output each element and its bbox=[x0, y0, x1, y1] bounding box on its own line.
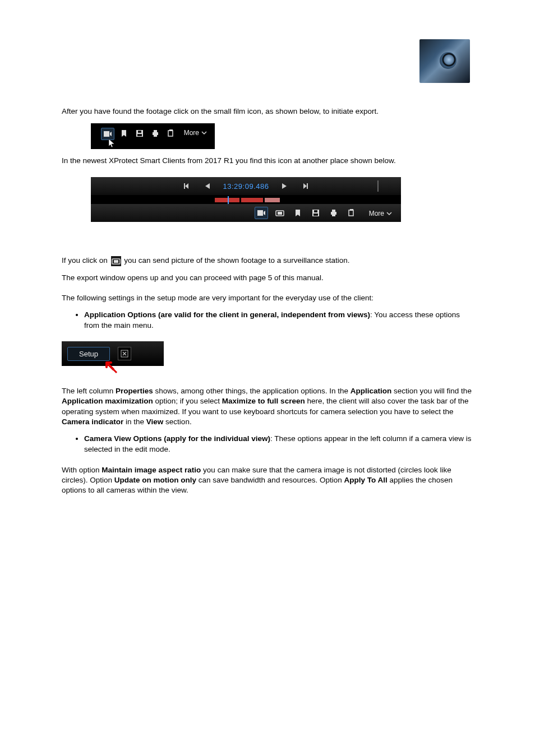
more-label-text-large: More bbox=[369, 210, 384, 217]
more-button-small[interactable]: More bbox=[184, 128, 209, 137]
timeline-segment-2 bbox=[241, 198, 263, 202]
p3-part1: If you click on bbox=[62, 256, 108, 265]
bookmark-icon-large[interactable] bbox=[292, 207, 304, 219]
logo-image bbox=[419, 39, 470, 83]
svg-rect-21 bbox=[314, 210, 317, 212]
paragraph-export-window: The export window opens up and you can p… bbox=[62, 273, 473, 283]
close-button[interactable] bbox=[118, 347, 131, 360]
step-forward-icon[interactable] bbox=[300, 183, 308, 189]
svg-marker-12 bbox=[205, 183, 210, 189]
print-icon[interactable] bbox=[149, 128, 162, 139]
paragraph-aspect-ratio: With option Maintain image aspect ratio … bbox=[62, 465, 473, 496]
film-export-icon[interactable] bbox=[101, 128, 114, 140]
svg-rect-16 bbox=[257, 210, 263, 216]
svg-rect-25 bbox=[332, 214, 335, 216]
p6f: Application maximization bbox=[62, 397, 153, 405]
paragraph-properties: The left column Properties shows, among … bbox=[62, 386, 473, 427]
p6b: Properties bbox=[116, 387, 153, 395]
p7f: Apply To All bbox=[344, 476, 387, 484]
right-tick-mark bbox=[377, 180, 379, 192]
p6a: The left column bbox=[62, 387, 116, 395]
playback-toolbar-row: More bbox=[91, 204, 401, 222]
playback-bar-figure: 13:29:09.486 bbox=[91, 177, 401, 222]
p6m: section. bbox=[163, 418, 191, 426]
svg-rect-8 bbox=[168, 131, 173, 136]
paragraph-important-settings: The following settings in the setup mode… bbox=[62, 293, 473, 303]
timeline-segment-3 bbox=[265, 198, 280, 202]
timeline-playhead[interactable] bbox=[228, 196, 229, 204]
svg-rect-27 bbox=[350, 209, 353, 211]
p6c: shows, among other things, the applicati… bbox=[153, 387, 350, 395]
red-arrow-icon bbox=[104, 360, 121, 377]
copy-icon[interactable] bbox=[165, 128, 177, 139]
svg-rect-24 bbox=[332, 210, 335, 212]
more-label-text: More bbox=[184, 129, 199, 137]
p6h: Maximize to full screen bbox=[222, 397, 305, 405]
svg-rect-22 bbox=[313, 214, 318, 216]
svg-marker-1 bbox=[110, 132, 112, 136]
paragraph-export-intro: After you have found the footage click o… bbox=[62, 106, 473, 117]
svg-rect-15 bbox=[307, 183, 308, 189]
svg-rect-3 bbox=[138, 131, 141, 133]
setup-button[interactable]: Setup bbox=[67, 347, 110, 361]
p7b: Maintain image aspect ratio bbox=[102, 466, 201, 474]
svg-rect-11 bbox=[184, 183, 185, 189]
svg-marker-10 bbox=[185, 183, 188, 189]
send-picture-icon[interactable] bbox=[274, 207, 286, 219]
li2-strong: Camera View Options (apply for the indiv… bbox=[84, 434, 270, 443]
svg-rect-7 bbox=[154, 134, 157, 137]
paragraph-send-picture: If you click on you can send picture of … bbox=[62, 256, 473, 266]
svg-rect-19 bbox=[278, 212, 282, 215]
li1-strong: Application Options (are valid for the c… bbox=[84, 310, 370, 319]
p7a: With option bbox=[62, 466, 102, 474]
setup-figure: Setup bbox=[62, 341, 164, 366]
svg-rect-4 bbox=[137, 134, 142, 136]
save-icon-large[interactable] bbox=[310, 207, 322, 219]
paragraph-newest-client: In the newest XProtect Smart Clients fro… bbox=[62, 156, 473, 166]
step-back-icon[interactable] bbox=[184, 183, 192, 189]
print-icon-large[interactable] bbox=[328, 207, 340, 219]
svg-rect-0 bbox=[104, 131, 109, 137]
svg-rect-6 bbox=[154, 130, 157, 132]
playback-controls-row: 13:29:09.486 bbox=[91, 177, 401, 196]
svg-rect-9 bbox=[169, 129, 173, 131]
timeline-row[interactable] bbox=[91, 196, 401, 204]
bullet-camera-view-options: Camera View Options (apply for the indiv… bbox=[84, 434, 473, 455]
svg-marker-17 bbox=[264, 211, 265, 215]
toolbar-small-figure: More bbox=[91, 123, 215, 149]
save-icon[interactable] bbox=[133, 128, 146, 139]
film-export-icon-large[interactable] bbox=[255, 207, 268, 219]
bullet-application-options: Application Options (are valid for the c… bbox=[84, 310, 473, 331]
play-back-icon[interactable] bbox=[204, 183, 211, 189]
timeline-segment-1 bbox=[215, 198, 239, 202]
inline-send-picture-icon bbox=[111, 256, 121, 266]
more-button-large[interactable]: More bbox=[369, 208, 394, 217]
playback-time: 13:29:09.486 bbox=[223, 182, 269, 191]
p6e: section you will find the bbox=[391, 387, 472, 395]
svg-rect-26 bbox=[349, 210, 353, 216]
p6k: in the bbox=[123, 418, 146, 426]
p6d: Application bbox=[350, 387, 392, 395]
svg-marker-13 bbox=[282, 183, 287, 189]
p3-part2: you can send picture of the shown footag… bbox=[124, 256, 349, 265]
svg-marker-14 bbox=[303, 183, 307, 189]
p6g: option; if you select bbox=[153, 397, 222, 405]
p7e: can save bandwidth and resources. Option bbox=[196, 476, 344, 484]
p6j: Camera indicator bbox=[62, 418, 123, 426]
copy-icon-large[interactable] bbox=[345, 207, 358, 219]
svg-rect-29 bbox=[114, 260, 118, 263]
p7d: Update on motion only bbox=[114, 476, 196, 484]
p6l: View bbox=[146, 418, 164, 426]
play-forward-icon[interactable] bbox=[281, 183, 288, 189]
bookmark-icon[interactable] bbox=[118, 128, 130, 139]
